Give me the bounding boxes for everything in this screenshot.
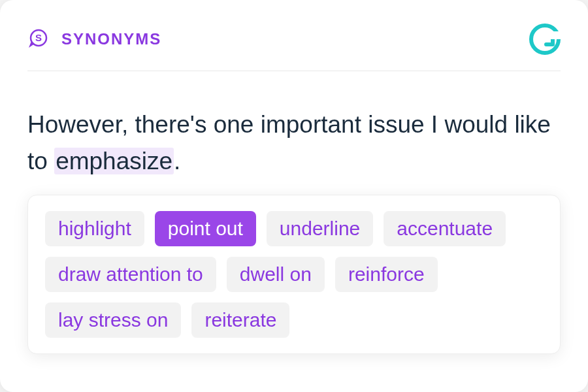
grammarly-logo-icon — [529, 24, 561, 55]
sentence-after: . — [174, 148, 180, 174]
svg-text:S: S — [35, 32, 42, 43]
synonym-chip[interactable]: underline — [267, 211, 373, 246]
synonym-chip[interactable]: point out — [155, 211, 256, 246]
synonym-chip[interactable]: reiterate — [191, 302, 289, 338]
example-sentence: However, there's one important issue I w… — [27, 106, 561, 179]
synonym-chip[interactable]: draw attention to — [45, 257, 216, 292]
synonym-chip[interactable]: lay stress on — [45, 302, 181, 338]
card-header: S SYNONYMS — [27, 24, 561, 71]
synonym-chip[interactable]: accentuate — [384, 211, 506, 246]
suggestions-panel: highlightpoint outunderlineaccentuatedra… — [27, 195, 561, 354]
synonym-chip[interactable]: reinforce — [335, 257, 438, 292]
header-title: SYNONYMS — [61, 30, 161, 48]
card-content: However, there's one important issue I w… — [27, 71, 561, 354]
synonyms-card: S SYNONYMS However, there's one importan… — [0, 0, 588, 392]
synonyms-icon: S — [27, 28, 50, 50]
synonym-chip[interactable]: highlight — [45, 211, 144, 246]
svg-rect-3 — [551, 31, 561, 39]
synonym-chip[interactable]: dwell on — [227, 257, 325, 292]
header-left: S SYNONYMS — [27, 28, 161, 50]
highlighted-word[interactable]: emphasize — [54, 148, 174, 174]
